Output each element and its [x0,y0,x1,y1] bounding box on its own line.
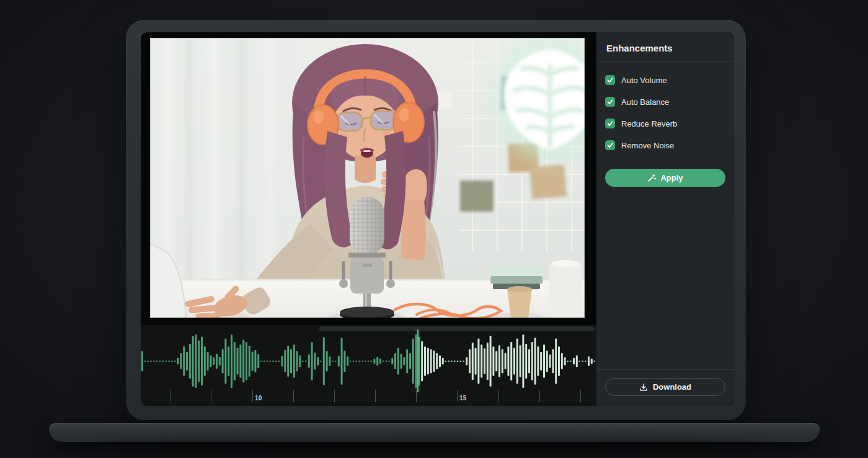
checkbox-auto-volume[interactable]: Auto Volume [605,75,725,85]
checkbox-list: Auto Volume Auto Balance Reduce Reverb [596,62,734,150]
checkmark-icon[interactable] [605,119,615,128]
enhancements-panel: Enhancements Auto Volume Auto Balance [596,32,734,406]
checkbox-label: Remove Noise [621,141,674,150]
audio-timeline[interactable]: 1015 [141,325,596,406]
ruler-label: 15 [459,395,467,402]
curtain [150,38,304,286]
checkbox-auto-balance[interactable]: Auto Balance [605,97,725,107]
ruler-tick [580,390,581,402]
page-background: 1015 Enhancements Auto Volume [0,0,868,458]
laptop-mockup: 1015 Enhancements Auto Volume [126,20,746,420]
ruler-tick [539,390,540,402]
apply-button[interactable]: Apply [605,169,725,187]
app-screen: 1015 Enhancements Auto Volume [141,32,734,406]
podcaster-illustration [150,38,585,318]
ruler-tick [252,390,253,402]
ruler-label: 10 [255,395,262,402]
checkbox-reduce-reverb[interactable]: Reduce Reverb [605,119,725,128]
download-icon [639,383,648,392]
waveform[interactable] [141,325,596,406]
ruler-tick [457,390,458,402]
checkmark-icon[interactable] [605,140,615,150]
checkbox-label: Auto Volume [621,76,667,85]
playhead[interactable] [417,330,418,392]
laptop-base [49,423,820,442]
download-button[interactable]: Download [605,378,725,396]
checkmark-icon[interactable] [605,75,615,85]
download-label: Download [653,382,691,392]
checkmark-icon[interactable] [605,97,615,107]
ruler-tick [211,390,211,402]
checkbox-remove-noise[interactable]: Remove Noise [605,140,725,150]
panel-title: Enhancements [596,32,734,61]
apply-label: Apply [660,173,683,182]
ruler-tick [416,390,417,402]
ruler-tick [375,390,376,402]
magic-wand-icon [647,174,656,182]
checkbox-label: Auto Balance [621,97,669,107]
video-preview[interactable] [150,38,585,318]
panel-bottom: Download [596,369,734,406]
ruler-tick [334,390,335,402]
ruler-tick [170,390,170,402]
ruler-tick [293,390,294,402]
ruler-tick [498,390,499,402]
checkbox-label: Reduce Reverb [621,119,677,128]
